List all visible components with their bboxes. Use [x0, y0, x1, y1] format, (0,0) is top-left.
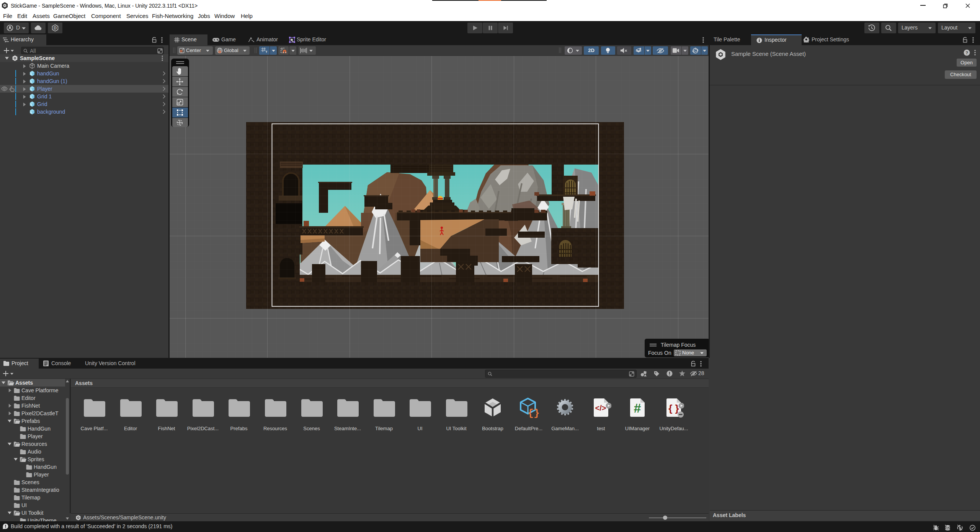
svg-text:D: D [54, 26, 57, 30]
svg-text:{}: {} [528, 408, 539, 418]
svg-text:</>: </> [595, 404, 606, 412]
svg-text:?: ? [965, 51, 968, 55]
svg-text:Y: Y [265, 50, 267, 54]
svg-text:{ }: { } [668, 403, 679, 414]
svg-text:#: # [634, 401, 641, 415]
